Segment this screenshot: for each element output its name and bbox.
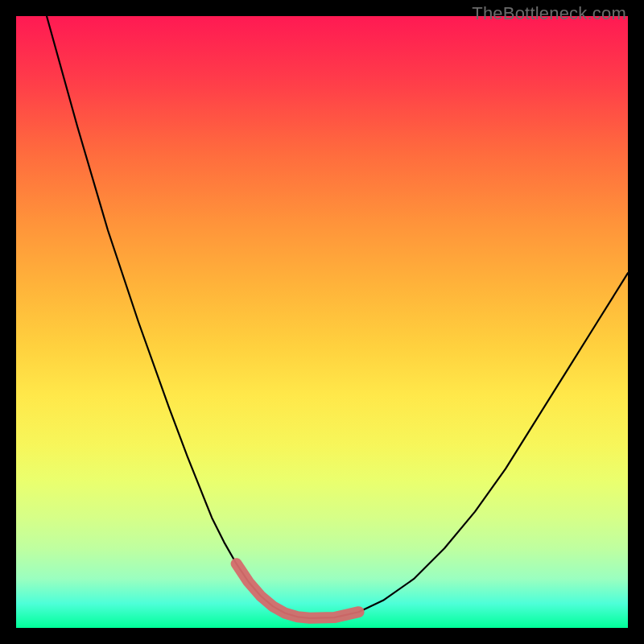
optimal-zone-highlight [237,564,359,618]
bottleneck-curve [47,16,628,618]
watermark-text: TheBottleneck.com [472,3,626,24]
outer-frame: TheBottleneck.com [0,0,644,644]
chart-svg [16,16,628,628]
